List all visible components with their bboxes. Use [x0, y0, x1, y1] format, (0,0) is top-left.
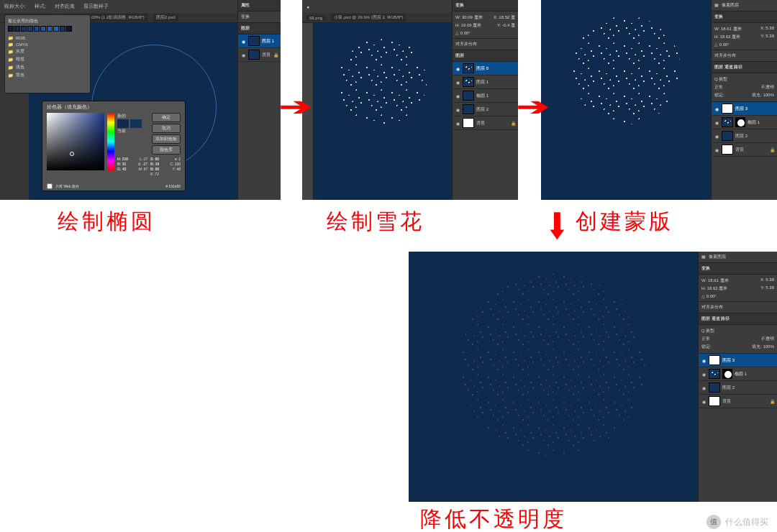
layer-name: 图层 1	[262, 38, 274, 45]
layer-thumb	[463, 104, 474, 114]
lock-icon: 🔒	[273, 52, 278, 58]
step-1-panel: 昵称大小: 样式: 对齐距离 显示数样子 .1.5% (图层 1, RGB/8*…	[0, 0, 281, 200]
visibility-icon[interactable]: ◉	[714, 147, 719, 152]
layer-thumb	[709, 396, 720, 406]
layer-row[interactable]: ◉图层 3	[699, 354, 777, 367]
layer-name: 椭圆 1	[735, 371, 747, 377]
layer-thumb	[248, 50, 260, 60]
align-section[interactable]: 对齐并分布	[453, 39, 518, 50]
layer-row[interactable]: ◉背景🔒	[712, 143, 777, 157]
canvas[interactable]	[314, 23, 452, 200]
hex-field[interactable]: # 102a50	[165, 184, 181, 188]
add-swatch-button[interactable]: 添加到色板	[152, 134, 181, 144]
visibility-icon[interactable]: ◉	[714, 134, 719, 139]
color-lib-button[interactable]: 颜色库	[152, 145, 181, 155]
opt-label: ●	[306, 4, 309, 9]
canvas[interactable]	[409, 252, 698, 502]
transform-title: 变换	[712, 12, 777, 23]
mask-thumb	[735, 117, 745, 127]
visibility-icon[interactable]: ◉	[455, 93, 460, 98]
sv-cursor[interactable]	[70, 152, 74, 156]
step-4-panel: ▦像素图层 变换 W: 18.61 厘米X: 5.38 H: 18.62 厘米Y…	[409, 252, 777, 502]
caption-snow: 绘制雪花	[327, 207, 424, 237]
visibility-icon[interactable]: ◉	[455, 107, 460, 112]
layer-row[interactable]: ◉图层 2	[699, 381, 777, 395]
sv-field[interactable]	[47, 113, 104, 170]
ok-button[interactable]: 确定	[152, 113, 181, 122]
right-panels-p3: ▦像素图层 变换 W: 18.61 厘米X: 5.38 H: 18.62 厘米Y…	[711, 0, 777, 200]
layer-name: 图层 1	[476, 79, 489, 86]
tutorial-collage: 昵称大小: 样式: 对齐距离 显示数样子 .1.5% (图层 1, RGB/8*…	[0, 0, 777, 532]
panel-transform: 变换	[238, 12, 281, 23]
layer-thumb	[722, 131, 733, 141]
layer-row[interactable]: ◉图层 8	[453, 62, 518, 75]
visibility-icon[interactable]: ◉	[455, 80, 460, 85]
swatch-folder[interactable]: CMYK	[8, 41, 87, 47]
layer-row[interactable]: ◉椭圆 1	[699, 367, 777, 381]
layer-row[interactable]: ◉图层 2	[712, 129, 777, 143]
visibility-icon[interactable]: ◉	[701, 399, 706, 404]
layer-name: 图层 3	[735, 106, 748, 112]
snow-layer	[339, 37, 427, 126]
watermark-text: 什么值得买	[725, 516, 768, 528]
layer-row[interactable]: ◉背景🔒	[453, 116, 518, 130]
swatches-panel[interactable]: 最近使用的颜色 RGBCMYK灰度蜡笔浅色黑色	[4, 14, 91, 93]
layer-row[interactable]: ◉图层 2	[453, 103, 518, 116]
layer-thumb	[709, 382, 720, 393]
doc-tab[interactable]: 68.png	[306, 15, 325, 21]
color-picker-dialog[interactable]: 拾色器（填充颜色） 新的 当前 确定 取消 添加到色板	[42, 101, 186, 191]
right-panels-p2: 变换 W: 30.09 厘米X: 18.52 厘 H: 19.09 厘米Y: -…	[452, 0, 518, 200]
layers-tabs[interactable]: 图层 通道 路径	[712, 62, 777, 73]
visibility-icon[interactable]: ◉	[240, 52, 246, 58]
swatch-folder[interactable]: 浅色	[8, 63, 87, 71]
swatch-folder[interactable]: 蜡笔	[8, 55, 87, 63]
visibility-icon[interactable]: ◉	[455, 121, 460, 126]
swatch-folder[interactable]: 灰度	[8, 47, 87, 55]
swatch-folder[interactable]: 黑色	[8, 71, 87, 79]
recent-swatches[interactable]	[8, 26, 87, 32]
snow-layer	[571, 16, 680, 124]
align-section[interactable]: 对齐并分布	[712, 50, 777, 62]
layer-row[interactable]: ◉椭圆 1	[453, 89, 518, 103]
visibility-icon[interactable]: ◉	[701, 385, 706, 390]
arrow-right-icon: ➔	[279, 92, 312, 121]
layer-name: 背景	[722, 398, 731, 405]
watermark: 值 什么值得买	[706, 515, 768, 529]
artwork-mask	[541, 0, 711, 200]
layer-row[interactable]: ◉背景🔒	[238, 48, 281, 62]
layer-row[interactable]: ◉椭圆 1	[712, 116, 777, 129]
pixel-layer-icon: ▦	[714, 2, 719, 9]
layer-thumb	[722, 104, 733, 114]
visibility-icon[interactable]: ◉	[455, 66, 460, 71]
opt-btn[interactable]: 显示数样子	[83, 3, 109, 10]
visibility-icon[interactable]: ◉	[701, 372, 706, 377]
layer-row[interactable]: ◉图层 1	[238, 35, 281, 48]
canvas[interactable]	[541, 0, 711, 200]
swatch-folder[interactable]: RGB	[8, 35, 87, 41]
layer-thumb	[463, 118, 474, 128]
visibility-icon[interactable]: ◉	[701, 358, 706, 363]
opt-label: 昵称大小:	[4, 3, 26, 10]
transform-title: 变换	[453, 0, 518, 12]
layer-row[interactable]: ◉图层 3	[712, 102, 777, 116]
layer-row[interactable]: ◉图层 1	[453, 75, 518, 89]
layer-row[interactable]: ◉背景🔒	[699, 395, 777, 408]
web-only-label: 只有 Web 颜色	[55, 184, 79, 188]
layer-thumb	[722, 145, 733, 155]
visibility-icon[interactable]: ◉	[240, 39, 246, 44]
picker-title: 拾色器（填充颜色）	[42, 101, 185, 113]
picker-fields[interactable]: H: 218L: 17 S: 80a: 1 B: 31b: -27 R: 16C…	[117, 157, 181, 176]
layers-title: 图层	[453, 50, 518, 62]
web-only-checkbox[interactable]	[47, 183, 53, 189]
visibility-icon[interactable]: ◉	[714, 106, 719, 111]
panel-prop-title: 属性	[238, 0, 281, 12]
doc-tab[interactable]: 图层2.psd	[153, 14, 178, 22]
cancel-button[interactable]: 取消	[152, 124, 181, 133]
panel-title: 像素图层	[722, 2, 739, 9]
arrow-down-icon: ⬇	[547, 206, 567, 246]
visibility-icon[interactable]: ◉	[714, 120, 719, 125]
right-panels-p1: 属性 变换 图层 ◉图层 1◉背景🔒	[237, 0, 281, 200]
opt-btn[interactable]: 对齐距离	[55, 3, 75, 10]
doc-tab[interactable]: 小算.psd @ 29.6% (图层 2, RGB/8*)	[331, 14, 406, 22]
hue-slider[interactable]	[107, 113, 114, 170]
